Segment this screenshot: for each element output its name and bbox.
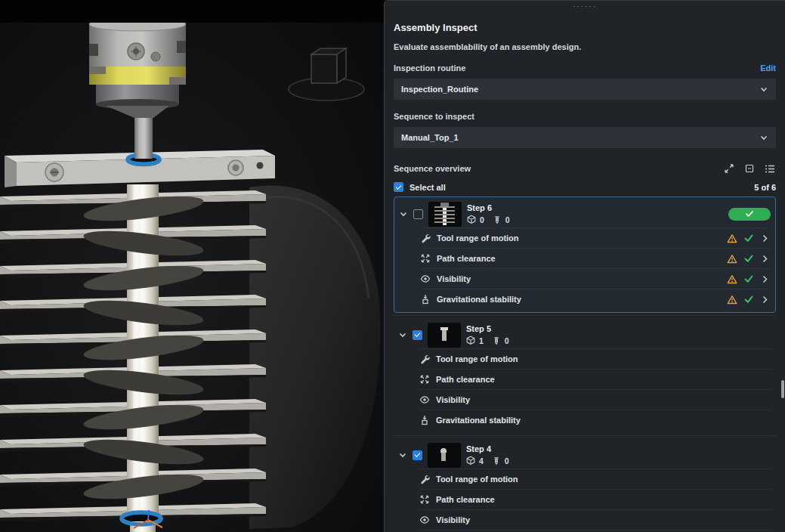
check-label: Gravitational stability xyxy=(436,416,521,425)
step-list: Step 6 0 0 Tool range of motion xyxy=(394,196,776,532)
eye-icon xyxy=(420,274,431,284)
part-count: 4 xyxy=(479,456,484,466)
check-row-tool-range[interactable]: Tool range of motion xyxy=(420,227,771,248)
caret-down-icon[interactable] xyxy=(399,209,408,218)
sequence-label: Sequence to inspect xyxy=(394,112,474,121)
check-row-visibility[interactable]: Visibility xyxy=(419,509,771,530)
step-label: Step 4 xyxy=(466,444,514,453)
caret-down-icon[interactable] xyxy=(398,450,407,459)
check-label: Path clearance xyxy=(436,495,495,504)
check-row-path-clearance[interactable]: Path clearance xyxy=(420,248,771,268)
check-row-visibility[interactable]: Visibility xyxy=(420,268,771,289)
check-icon xyxy=(743,253,754,264)
check-row-tool-range[interactable]: Tool range of motion xyxy=(419,469,771,489)
path-clearance-icon xyxy=(420,253,431,264)
fastener-count: 0 xyxy=(505,215,510,224)
check-icon xyxy=(743,294,754,305)
chevron-right-icon[interactable] xyxy=(760,254,769,264)
check-label: Tool range of motion xyxy=(436,354,518,363)
screw-icon xyxy=(492,456,501,466)
chevron-down-icon xyxy=(759,85,768,94)
part-count: 1 xyxy=(479,336,484,345)
chevron-right-icon[interactable] xyxy=(760,234,769,243)
check-label: Tool range of motion xyxy=(436,475,518,484)
edit-routine-link[interactable]: Edit xyxy=(760,63,776,73)
check-label: Gravitational stability xyxy=(437,295,521,304)
chevron-right-icon[interactable] xyxy=(760,274,769,284)
warning-icon xyxy=(727,234,737,243)
check-row-path-clearance[interactable]: Path clearance xyxy=(419,369,771,389)
step-checkbox[interactable] xyxy=(413,330,422,340)
panel-subtitle: Evaluate assemblability of an assembly d… xyxy=(394,42,776,51)
wrench-icon xyxy=(420,233,431,243)
panel-drag-handle[interactable]: ······ xyxy=(394,1,776,13)
check-label: Tool range of motion xyxy=(437,234,519,243)
warning-icon xyxy=(727,274,737,284)
check-label: Visibility xyxy=(436,515,470,524)
step-group-5: Step 5 1 0 Tool range of motion xyxy=(394,315,776,433)
check-label: Path clearance xyxy=(437,254,496,263)
warning-icon xyxy=(727,254,737,264)
sequence-value: Manual_Top_1 xyxy=(401,133,459,142)
drag-dots-icon: ······ xyxy=(573,3,597,11)
step-thumbnail xyxy=(428,443,461,468)
path-clearance-icon xyxy=(419,374,430,385)
inspection-routine-select[interactable]: Inspection_Routine xyxy=(394,79,776,100)
sequence-overview-label: Sequence overview xyxy=(394,164,471,173)
collapse-all-icon[interactable] xyxy=(744,163,755,174)
gravity-icon xyxy=(420,294,431,305)
part-count: 0 xyxy=(480,215,484,224)
box-icon xyxy=(466,456,475,466)
app-window: ······ Assembly Inspect Evaluate assembl… xyxy=(0,0,785,532)
assembly-3d-model xyxy=(0,0,384,532)
eye-icon xyxy=(419,515,430,525)
check-label: Visibility xyxy=(436,395,470,404)
check-row-path-clearance[interactable]: Path clearance xyxy=(419,489,771,509)
wrench-icon xyxy=(419,474,430,484)
panel-scrollbar[interactable] xyxy=(781,380,784,398)
step-label: Step 5 xyxy=(466,324,514,333)
check-icon xyxy=(745,210,754,218)
step-checkbox[interactable] xyxy=(413,209,423,219)
path-clearance-icon xyxy=(419,494,430,505)
assembly-inspect-panel: ······ Assembly Inspect Evaluate assembl… xyxy=(384,0,785,532)
expand-panel-icon[interactable] xyxy=(724,163,734,174)
chevron-down-icon xyxy=(759,133,768,142)
check-row-gravitational-stability[interactable]: Gravitational stability xyxy=(419,410,771,430)
box-icon xyxy=(466,336,475,345)
step-checkbox[interactable] xyxy=(413,450,422,460)
step-thumbnail xyxy=(428,202,462,227)
inspection-routine-value: Inspection_Routine xyxy=(401,85,478,94)
step-header[interactable]: Step 4 4 0 xyxy=(398,441,771,469)
wrench-icon xyxy=(419,354,430,364)
status-pass-badge xyxy=(728,208,771,221)
check-icon xyxy=(743,274,754,284)
check-row-gravitational-stability[interactable]: Gravitational stability xyxy=(420,289,771,309)
box-icon xyxy=(467,215,476,224)
step-header[interactable]: Step 5 1 0 xyxy=(398,321,771,348)
selection-count: 5 of 6 xyxy=(754,183,776,192)
step-thumbnail xyxy=(428,323,461,348)
check-row-visibility[interactable]: Visibility xyxy=(419,389,771,410)
step-header[interactable]: Step 6 0 0 xyxy=(399,200,771,227)
fastener-count: 0 xyxy=(505,456,509,466)
sequence-select[interactable]: Manual_Top_1 xyxy=(394,127,776,148)
fastener-count: 0 xyxy=(505,336,509,345)
step-group-4: Step 4 4 0 Tool range of motion xyxy=(394,435,776,532)
select-all-checkbox[interactable] xyxy=(394,182,403,192)
step-label: Step 6 xyxy=(467,203,515,212)
gravity-icon xyxy=(419,415,430,425)
page-title: Assembly Inspect xyxy=(394,22,776,33)
check-icon xyxy=(743,233,754,243)
screw-icon xyxy=(492,336,501,345)
screw-icon xyxy=(493,215,502,224)
3d-viewport[interactable] xyxy=(0,0,384,532)
check-row-tool-range[interactable]: Tool range of motion xyxy=(419,348,771,369)
check-label: Path clearance xyxy=(436,375,495,384)
caret-down-icon[interactable] xyxy=(398,330,407,339)
warning-icon xyxy=(727,295,737,305)
chevron-right-icon[interactable] xyxy=(760,295,769,305)
inspection-routine-label: Inspection routine xyxy=(394,63,465,73)
list-view-icon[interactable] xyxy=(765,164,776,174)
eye-icon xyxy=(419,394,430,405)
